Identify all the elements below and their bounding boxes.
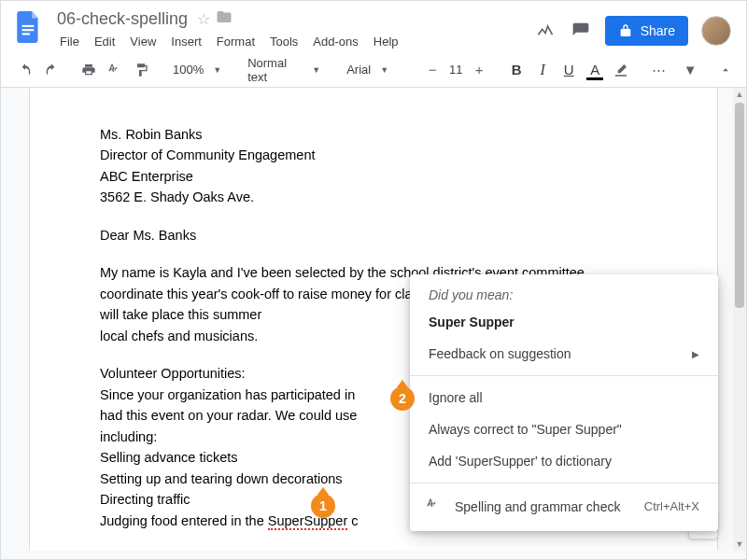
text-span: c bbox=[347, 513, 358, 528]
print-button[interactable] bbox=[78, 58, 100, 82]
fontsize-value: 11 bbox=[449, 63, 462, 77]
spellcheck-button[interactable] bbox=[104, 58, 126, 82]
style-select[interactable]: Normal text ▼ bbox=[242, 58, 326, 82]
menu-insert[interactable]: Insert bbox=[164, 31, 208, 52]
shortcut-label: Ctrl+Alt+X bbox=[644, 499, 699, 513]
context-heading: Did you mean: bbox=[410, 282, 718, 306]
docs-icon bbox=[17, 11, 41, 43]
text-color-button[interactable]: A bbox=[584, 58, 606, 82]
editor-canvas: Ms. Robin Banks Director of Community En… bbox=[1, 88, 746, 551]
comments-icon[interactable] bbox=[570, 20, 592, 42]
zoom-value: 100% bbox=[173, 63, 204, 77]
vertical-scrollbar[interactable]: ▲ ▼ bbox=[733, 88, 746, 551]
fontsize-decrease[interactable]: − bbox=[421, 58, 444, 82]
menu-label: Spelling and grammar check bbox=[455, 499, 620, 514]
callout-badge-2: 2 bbox=[390, 386, 415, 411]
avatar[interactable] bbox=[701, 16, 731, 46]
redo-button[interactable] bbox=[40, 58, 63, 82]
menu-bar: File Edit View Insert Format Tools Add-o… bbox=[53, 31, 534, 52]
header-right: Share bbox=[534, 8, 735, 46]
chevron-down-icon: ▼ bbox=[312, 65, 320, 75]
suggestion-item[interactable]: Super Supper bbox=[410, 306, 718, 338]
feedback-item[interactable]: Feedback on suggestion ▶ bbox=[410, 338, 718, 370]
menu-file[interactable]: File bbox=[53, 31, 86, 52]
collapse-toolbar-button[interactable] bbox=[714, 58, 737, 82]
menu-edit[interactable]: Edit bbox=[88, 31, 121, 52]
add-to-dictionary-item[interactable]: Add 'SuperSupper' to dictionary bbox=[410, 445, 718, 477]
editing-mode-button[interactable]: ▼ bbox=[677, 58, 699, 82]
star-icon[interactable]: ☆ bbox=[197, 10, 210, 28]
scroll-thumb[interactable] bbox=[735, 103, 744, 308]
address-line: ABC Enterprise bbox=[100, 166, 647, 187]
chevron-down-icon: ▼ bbox=[380, 65, 388, 75]
svg-rect-0 bbox=[22, 25, 35, 27]
more-button[interactable]: ⋯ bbox=[647, 58, 669, 82]
style-value: Normal text bbox=[247, 56, 303, 84]
menu-divider bbox=[410, 483, 718, 483]
lock-icon bbox=[618, 23, 633, 38]
italic-button[interactable]: I bbox=[531, 58, 554, 82]
scroll-up-button[interactable]: ▲ bbox=[733, 88, 746, 101]
app-header: 06-check-spelling ☆ File Edit View Inser… bbox=[1, 1, 746, 52]
suggestion-text: Super Supper bbox=[429, 315, 514, 329]
address-line: Director of Community Engagement bbox=[100, 145, 647, 165]
ignore-all-item[interactable]: Ignore all bbox=[410, 382, 718, 413]
badge-number: 1 bbox=[319, 498, 327, 513]
spell-context-menu: Did you mean: Super Supper Feedback on s… bbox=[410, 274, 718, 531]
spellcheck-item[interactable]: Spelling and grammar check Ctrl+Alt+X bbox=[410, 489, 718, 524]
chevron-down-icon: ▼ bbox=[213, 65, 221, 75]
chevron-right-icon: ▶ bbox=[692, 349, 699, 359]
section-heading: Sponsorship Opportunities: bbox=[100, 548, 647, 551]
scroll-down-button[interactable]: ▼ bbox=[733, 538, 746, 551]
activity-icon[interactable] bbox=[534, 20, 557, 42]
share-button[interactable]: Share bbox=[605, 16, 688, 46]
docs-logo[interactable] bbox=[12, 10, 46, 44]
greeting-line: Dear Ms. Banks bbox=[100, 225, 647, 245]
font-value: Arial bbox=[346, 63, 371, 77]
menu-label: Ignore all bbox=[429, 390, 483, 405]
svg-rect-2 bbox=[22, 33, 31, 35]
menu-divider bbox=[410, 375, 718, 376]
address-line: Ms. Robin Banks bbox=[100, 124, 647, 145]
menu-label: Always correct to "Super Supper" bbox=[429, 422, 622, 437]
font-select[interactable]: Arial ▼ bbox=[341, 58, 406, 82]
scroll-track[interactable] bbox=[733, 101, 746, 538]
menu-format[interactable]: Format bbox=[210, 31, 261, 52]
svg-rect-1 bbox=[22, 29, 35, 31]
highlight-button[interactable] bbox=[610, 58, 632, 82]
underline-button[interactable]: U bbox=[557, 58, 580, 82]
paint-format-button[interactable] bbox=[130, 58, 152, 82]
callout-badge-1: 1 bbox=[311, 494, 335, 518]
address-line: 3562 E. Shady Oaks Ave. bbox=[100, 187, 647, 207]
zoom-select[interactable]: 100% ▼ bbox=[167, 58, 227, 82]
menu-addons[interactable]: Add-ons bbox=[306, 31, 364, 52]
spelling-error-word[interactable]: SuperSupper bbox=[268, 513, 347, 530]
always-correct-item[interactable]: Always correct to "Super Supper" bbox=[410, 413, 718, 445]
menu-help[interactable]: Help bbox=[367, 31, 405, 52]
menu-label: Add 'SuperSupper' to dictionary bbox=[429, 454, 612, 469]
folder-icon[interactable] bbox=[216, 8, 233, 29]
document-title[interactable]: 06-check-spelling bbox=[53, 7, 191, 31]
text-span: Judging food entered in the bbox=[100, 513, 268, 528]
title-area: 06-check-spelling ☆ File Edit View Inser… bbox=[53, 8, 534, 52]
fontsize-select[interactable]: 11 bbox=[447, 58, 464, 82]
toolbar: 100% ▼ Normal text ▼ Arial ▼ − 11 + B I … bbox=[1, 52, 746, 88]
undo-button[interactable] bbox=[14, 58, 36, 82]
spellcheck-icon bbox=[425, 497, 442, 515]
menu-label: Feedback on suggestion bbox=[429, 346, 571, 361]
share-label: Share bbox=[641, 23, 675, 38]
chevron-down-icon: ▼ bbox=[684, 62, 698, 77]
menu-tools[interactable]: Tools bbox=[263, 31, 304, 52]
fontsize-increase[interactable]: + bbox=[468, 58, 490, 82]
bold-button[interactable]: B bbox=[505, 58, 528, 82]
badge-number: 2 bbox=[399, 391, 406, 406]
menu-view[interactable]: View bbox=[123, 31, 162, 52]
